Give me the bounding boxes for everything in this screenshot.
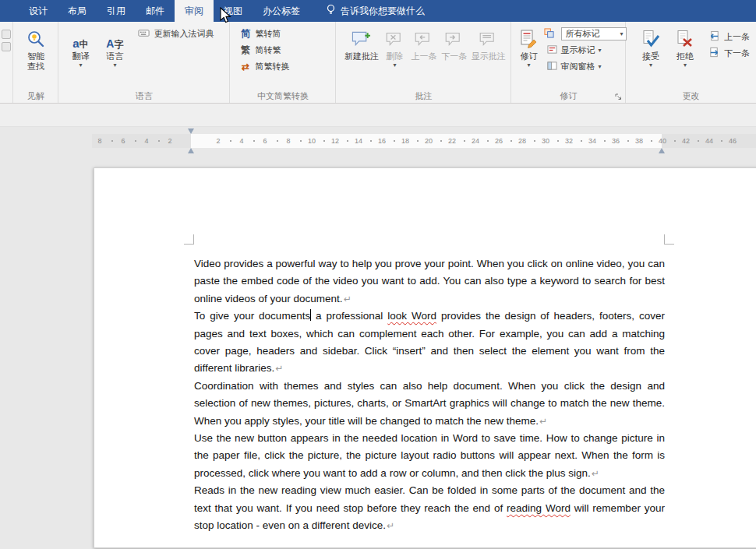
group-label-insights: 见解 (13, 90, 58, 102)
hanging-indent-marker[interactable] (188, 148, 194, 153)
delete-comment-button[interactable]: 删除 ▾ (381, 26, 409, 70)
language-label: 语言 (106, 51, 123, 62)
ruler-tick (487, 140, 489, 142)
convert-icon: ⇄ (239, 62, 251, 72)
previous-change-button[interactable]: 上一条 (705, 29, 753, 45)
ribbon-group-tracking: 修订 ▾ 所有标记▾ 显示标记 ▾ 审阅窗格 (511, 22, 626, 103)
ruler-tick (464, 140, 465, 142)
simplified-to-traditional-button[interactable]: 繁 简转繁 (236, 42, 292, 58)
paragraph-mark: ↵ (387, 520, 394, 531)
dropdown-arrow-icon: ▾ (394, 62, 397, 69)
show-comments-icon (479, 27, 498, 49)
show-comments-button[interactable]: 显示批注 (469, 26, 507, 63)
tab-review[interactable]: 审阅 (175, 0, 214, 22)
tell-me-box[interactable]: 告诉我你想要做什么 (318, 0, 433, 22)
tab-mailings[interactable]: 邮件 (136, 0, 175, 22)
text-run: To give your documents (194, 310, 310, 322)
ruler-tick (674, 140, 676, 142)
paragraph-mark: ↵ (344, 294, 352, 304)
tab-layout[interactable]: 布局 (58, 0, 97, 22)
ruler-number: 26 (495, 137, 503, 145)
ruler-tick (394, 140, 395, 142)
ribbon-group-comments: 新建批注 删除 ▾ 上一条 下一条 显示批注 批注 (336, 22, 511, 103)
reviewing-pane-dropdown[interactable]: 审阅窗格 ▾ (544, 58, 627, 75)
language-button[interactable]: A字 语言 ▾ (101, 26, 129, 70)
group-label-changes: 更改 (626, 90, 756, 102)
tab-office-tab[interactable]: 办公标签 (253, 0, 310, 22)
next-change-button[interactable]: 下一条 (705, 45, 753, 62)
first-line-indent-marker[interactable] (188, 128, 194, 134)
group-label-conversion: 中文简繁转换 (230, 90, 335, 102)
document-area: 8642246810121416182022242628303234363840… (0, 127, 756, 548)
translate-button[interactable]: a中 翻译 ▾ (66, 26, 94, 70)
trad-to-simp-label: 繁转简 (255, 28, 281, 40)
smart-lookup-button[interactable]: 智能查找 (22, 26, 50, 73)
new-comment-icon (351, 27, 372, 49)
show-comments-label: 显示批注 (472, 51, 506, 62)
reviewing-pane-icon (547, 61, 557, 72)
reject-button[interactable]: 拒绝 ▾ (671, 26, 699, 70)
previous-comment-button[interactable]: 上一条 (409, 26, 440, 63)
paragraph[interactable]: Reads in the new reading view much easie… (194, 482, 665, 534)
ruler-tick (135, 140, 136, 142)
ruler-tick (230, 140, 231, 142)
ruler-tick (510, 140, 512, 142)
paragraph[interactable]: To give your documents a professional lo… (194, 308, 665, 378)
ruler-number: 38 (635, 137, 643, 145)
paragraph[interactable]: Coordination with themes and styles can … (194, 378, 665, 430)
ruler-number: 10 (308, 137, 316, 145)
previous-comment-icon (414, 27, 433, 49)
update-ime-dictionary-button[interactable]: 更新输入法词典 (135, 26, 217, 42)
paragraph-mark: ↵ (539, 416, 547, 427)
ruler[interactable]: 8642246810121416182022242628303234363840… (92, 134, 756, 148)
translate-icon: a中 (72, 27, 88, 49)
traditional-to-simplified-button[interactable]: 简 繁转简 (236, 26, 292, 42)
ruler-number: 28 (518, 137, 526, 145)
previous-change-label: 上一条 (724, 31, 750, 43)
reviewing-pane-label: 审阅窗格 (560, 61, 595, 72)
paragraph[interactable]: Use the new button appears in the needed… (194, 430, 665, 482)
ruler-number: 20 (425, 137, 433, 145)
next-comment-button[interactable]: 下一条 (439, 26, 469, 63)
ribbon-group-language: a中 翻译 ▾ A字 语言 ▾ 更新输入法词典 语言 (58, 22, 230, 103)
ruler-number: 14 (355, 137, 362, 145)
track-changes-button[interactable]: 修订 ▾ (514, 26, 542, 70)
ruler-number: 6 (263, 137, 267, 145)
tab-design[interactable]: 设计 (19, 0, 58, 22)
ruler-tick (158, 140, 160, 142)
dropdown-arrow-icon: ▾ (113, 62, 116, 69)
ruler-tick (253, 140, 255, 142)
clipped-button-icon[interactable] (2, 30, 11, 39)
smart-lookup-label: 智能查找 (26, 51, 46, 72)
ruler-number: 34 (588, 137, 596, 145)
tell-me-label: 告诉我你想要做什么 (341, 5, 425, 18)
accept-button[interactable]: 接受 ▾ (637, 26, 665, 70)
dropdown-arrow-icon: ▾ (79, 62, 82, 69)
new-comment-button[interactable]: 新建批注 (342, 26, 380, 63)
ruler-tick (651, 140, 652, 142)
tab-references[interactable]: 引用 (97, 0, 136, 22)
ruler-tick (534, 140, 535, 142)
show-markup-dropdown[interactable]: 显示标记 ▾ (544, 42, 627, 58)
lightbulb-icon (326, 4, 336, 18)
conversion-button[interactable]: ⇄ 简繁转换 (236, 58, 292, 75)
paragraph-mark: ↵ (592, 468, 599, 479)
right-indent-marker[interactable] (659, 148, 665, 153)
ruler-number: 2 (216, 137, 220, 145)
ruler-number: 30 (542, 137, 549, 145)
clipped-button-icon[interactable] (2, 42, 11, 51)
text-run: Video provides a powerful way to help yo… (194, 258, 665, 304)
document-page[interactable]: Video provides a powerful way to help yo… (94, 167, 756, 548)
ruler-tick (721, 140, 722, 142)
tab-view[interactable]: 视图 (214, 0, 253, 22)
ruler-tick (300, 140, 302, 142)
track-changes-label: 修订 (520, 51, 537, 62)
ruler-number: 4 (239, 137, 243, 145)
paragraph[interactable]: Video provides a powerful way to help yo… (194, 255, 665, 308)
language-icon: A字 (106, 27, 123, 49)
text-body[interactable]: Video provides a powerful way to help yo… (194, 255, 665, 535)
delete-comment-icon (385, 27, 404, 49)
next-change-label: 下一条 (724, 48, 750, 59)
markup-dropdown[interactable]: 所有标记▾ (544, 26, 627, 42)
partial-tab[interactable] (0, 0, 19, 22)
